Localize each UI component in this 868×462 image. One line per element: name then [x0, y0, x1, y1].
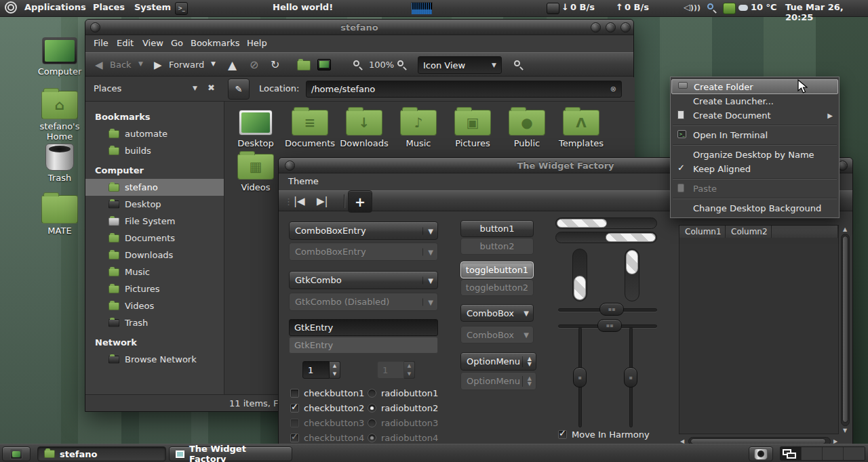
sidebar-item-automate[interactable]: automate — [85, 125, 224, 142]
workspace-1[interactable] — [781, 447, 802, 460]
scroll-up-icon[interactable]: ▲ — [843, 226, 847, 232]
gtkentry[interactable]: GtkEntry — [289, 319, 438, 336]
file-pictures[interactable]: ▣Pictures — [447, 110, 498, 148]
system-monitor-applet[interactable] — [411, 2, 433, 15]
menu-places[interactable]: Places — [93, 2, 125, 12]
radiobutton1[interactable]: radiobutton1 — [368, 388, 438, 398]
checkbox-checked-icon[interactable] — [290, 404, 299, 413]
search-icon[interactable] — [514, 60, 520, 66]
move-in-harmony-checkbox[interactable]: Move In Harmony — [558, 429, 650, 440]
show-desktop-button[interactable] — [2, 446, 31, 461]
menu-applications[interactable]: Applications — [24, 2, 86, 12]
radiobutton2[interactable]: radiobutton2 — [368, 403, 438, 413]
sidebar-item-desktop[interactable]: Desktop — [85, 196, 224, 213]
weather-cloud-icon[interactable] — [738, 5, 748, 11]
add-button[interactable]: + — [348, 190, 372, 213]
sidebar-item-filesystem[interactable]: File System — [85, 213, 224, 230]
checkbox-checked-icon[interactable] — [558, 430, 567, 439]
file-desktop[interactable]: Desktop — [230, 110, 281, 148]
forward-button[interactable]: Forward — [169, 60, 204, 70]
zoom-out-icon[interactable] — [353, 60, 359, 66]
workspace-2[interactable] — [802, 447, 823, 460]
terminal-launcher-icon[interactable]: >_ — [175, 2, 188, 15]
menu-bookmarks[interactable]: Bookmarks — [191, 38, 240, 48]
caja-titlebar[interactable]: stefano — [85, 20, 633, 35]
spinbutton[interactable]: 1 ▲▼ — [302, 361, 340, 379]
volume-icon[interactable]: ◁))) — [684, 2, 701, 12]
back-button[interactable]: Back — [110, 60, 132, 70]
menu-edit[interactable]: Edit — [117, 38, 134, 48]
home-toolbar-icon[interactable] — [297, 60, 311, 70]
file-videos[interactable]: ▦Videos — [230, 154, 281, 192]
stop-icon[interactable]: ⊘ — [250, 58, 258, 71]
combobox[interactable]: ComboBox▼ — [460, 304, 534, 322]
menu-item-create-launcher[interactable]: Create Launcher... — [671, 94, 838, 108]
sidebar-item-trash[interactable]: Trash — [85, 314, 224, 331]
back-dropdown-icon[interactable]: ▼ — [138, 60, 143, 67]
menu-go[interactable]: Go — [171, 38, 183, 48]
checkbox-icon[interactable] — [290, 389, 299, 398]
back-arrow-icon[interactable]: ◀ — [95, 59, 103, 71]
radio-selected-icon[interactable] — [368, 404, 376, 413]
location-edit-button[interactable]: ✎ — [228, 79, 250, 100]
view-mode-dropdown[interactable]: Icon View ▼ — [418, 56, 502, 74]
sidebar-item-downloads[interactable]: Downloads — [85, 247, 224, 264]
file-documents[interactable]: ≡Documents — [284, 110, 336, 148]
minimize-button[interactable] — [591, 22, 601, 33]
menu-item-change-background[interactable]: Change Desktop Background — [671, 201, 838, 215]
checkbutton1[interactable]: checkbutton1 — [290, 388, 364, 398]
go-first-icon[interactable]: |◀ — [294, 195, 305, 207]
workspace-3[interactable] — [823, 447, 844, 460]
taskbar-item-widget-factory[interactable]: The Widget Factory — [169, 446, 292, 461]
file-templates[interactable]: ΛTemplates — [555, 110, 607, 148]
forward-arrow-icon[interactable]: ▶ — [154, 59, 162, 71]
location-input[interactable]: /home/stefano ⊗ — [306, 81, 622, 98]
go-last-icon[interactable]: ▶| — [317, 195, 328, 207]
checkbutton2[interactable]: checkbutton2 — [290, 403, 364, 413]
clock-label[interactable]: Tue Mar 26, 20:25 — [785, 2, 868, 22]
radio-icon[interactable] — [368, 389, 376, 398]
menu-file[interactable]: File — [94, 38, 108, 48]
maximize-button[interactable] — [606, 22, 616, 33]
up-icon[interactable]: ▲ — [228, 58, 237, 72]
menu-item-create-folder[interactable]: Create Folder — [671, 79, 838, 94]
sidebar-close-icon[interactable]: ✖ — [208, 83, 215, 93]
file-downloads[interactable]: ↓Downloads — [338, 110, 390, 148]
menu-view[interactable]: View — [142, 38, 163, 48]
trash-applet-button[interactable] — [749, 446, 773, 461]
workspace-switcher[interactable] — [780, 446, 865, 461]
workspace-4[interactable] — [844, 447, 865, 460]
togglebutton1[interactable]: togglebutton1 — [460, 261, 534, 278]
menu-item-open-in-terminal[interactable]: >_ Open In Terminal — [671, 128, 838, 142]
sidebar-item-builds[interactable]: builds — [85, 142, 224, 159]
menu-theme[interactable]: Theme — [288, 176, 319, 186]
menu-item-organize-desktop[interactable]: Organize Desktop by Name — [671, 148, 838, 162]
hscale2-handle[interactable]: ▪▪ — [597, 319, 622, 332]
menu-item-keep-aligned[interactable]: ✓ Keep Aligned — [671, 162, 838, 176]
button1[interactable]: button1 — [460, 220, 534, 237]
file-public[interactable]: ●Public — [501, 110, 553, 148]
sidebar-item-music[interactable]: Music — [85, 264, 224, 280]
sidebar-item-pictures[interactable]: Pictures — [85, 280, 224, 297]
sidebar-selector[interactable]: Places — [94, 83, 121, 93]
zoom-level[interactable]: 100% — [369, 60, 394, 70]
close-button[interactable] — [620, 22, 631, 33]
taskbar-item-stefano[interactable]: stefano — [37, 446, 166, 461]
sidebar-item-documents[interactable]: Documents — [85, 230, 224, 247]
computer-toolbar-icon[interactable] — [317, 59, 331, 70]
sidebar-item-videos[interactable]: Videos — [85, 297, 224, 314]
display-applet-icon[interactable] — [723, 3, 736, 14]
sidebar-item-stefano[interactable]: stefano — [85, 179, 224, 196]
menu-system[interactable]: System — [134, 2, 171, 12]
optionmenu[interactable]: OptionMenu▲▼ — [460, 352, 536, 371]
refresh-icon[interactable]: ↻ — [271, 58, 279, 71]
sidebar-selector-arrow-icon[interactable]: ▼ — [193, 85, 197, 91]
tree-vscrollbar[interactable] — [841, 234, 850, 426]
hscale1-handle[interactable]: ▪▪ — [599, 303, 624, 316]
clear-location-icon[interactable]: ⊗ — [610, 85, 616, 93]
comboboxentry[interactable]: ComboBoxEntry▼ — [289, 222, 438, 240]
spin-arrows[interactable]: ▲▼ — [330, 361, 340, 379]
search-tool-icon[interactable] — [707, 3, 713, 9]
mate-menu-icon[interactable] — [5, 1, 17, 14]
menu-item-create-document[interactable]: Create Document ▶ — [671, 108, 838, 123]
